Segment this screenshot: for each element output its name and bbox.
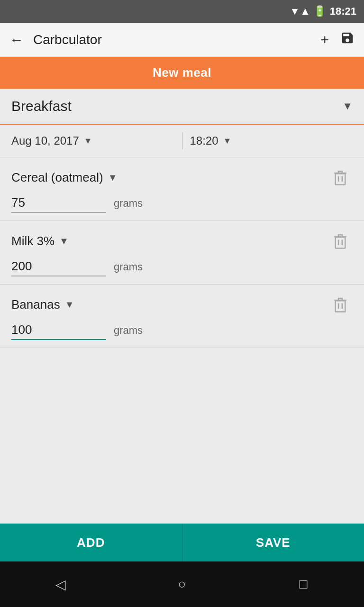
datetime-divider xyxy=(182,132,182,149)
meal-type-section: Breakfast ▼ xyxy=(0,89,364,125)
app-bar-actions: + xyxy=(320,31,355,48)
battery-icon: 🔋 xyxy=(313,5,326,18)
food-item-2: Milk 3% ▼ grams xyxy=(0,221,364,285)
date-selector[interactable]: Aug 10, 2017 ▼ xyxy=(11,134,174,147)
wifi-icon: ▾ xyxy=(292,5,297,18)
nav-home-button[interactable]: ○ xyxy=(168,570,196,598)
food-1-unit: grams xyxy=(114,197,143,210)
status-icons: ▾ ▲ 🔋 xyxy=(292,5,326,18)
meal-type-dropdown[interactable]: Breakfast ▼ xyxy=(11,98,353,114)
time-arrow: ▼ xyxy=(223,136,232,146)
food-item-1-row: Cereal (oatmeal) ▼ xyxy=(11,165,353,190)
nav-back-button[interactable]: ◁ xyxy=(46,570,75,598)
food-3-amount-input[interactable] xyxy=(11,322,106,340)
svg-rect-8 xyxy=(336,301,346,312)
svg-rect-4 xyxy=(336,237,346,248)
food-1-delete-button[interactable] xyxy=(328,165,353,190)
save-button[interactable]: SAVE xyxy=(182,524,364,561)
food-3-dropdown-arrow: ▼ xyxy=(65,299,74,310)
food-3-unit: grams xyxy=(114,324,143,337)
nav-recent-button[interactable]: □ xyxy=(289,570,318,598)
status-time: 18:21 xyxy=(330,5,356,18)
food-3-name: Bananas xyxy=(11,297,60,312)
food-items: Cereal (oatmeal) ▼ grams xyxy=(0,157,364,524)
time-selector[interactable]: 18:20 ▼ xyxy=(190,134,353,147)
datetime-section: Aug 10, 2017 ▼ 18:20 ▼ xyxy=(0,125,364,157)
app-title: Carbculator xyxy=(33,32,320,47)
svg-rect-0 xyxy=(336,174,346,184)
food-3-amount-row: grams xyxy=(11,322,353,340)
bottom-buttons: ADD SAVE xyxy=(0,524,364,561)
date-arrow: ▼ xyxy=(84,136,92,146)
save-icon[interactable] xyxy=(340,31,355,48)
food-2-unit: grams xyxy=(114,261,143,273)
food-2-dropdown-arrow: ▼ xyxy=(59,236,69,247)
food-1-amount-row: grams xyxy=(11,195,353,213)
food-3-name-dropdown[interactable]: Bananas ▼ xyxy=(11,297,328,312)
app-bar: ← Carbculator + xyxy=(0,23,364,57)
signal-icon: ▲ xyxy=(300,5,310,18)
food-1-amount-input[interactable] xyxy=(11,195,106,213)
add-button[interactable]: + xyxy=(320,32,329,48)
food-2-delete-button[interactable] xyxy=(328,229,353,253)
add-button[interactable]: ADD xyxy=(0,524,182,561)
nav-bar: ◁ ○ □ xyxy=(0,561,364,607)
status-bar: ▾ ▲ 🔋 18:21 xyxy=(0,0,364,23)
date-value: Aug 10, 2017 xyxy=(11,134,79,147)
food-2-amount-input[interactable] xyxy=(11,259,106,276)
food-item-3-row: Bananas ▼ xyxy=(11,292,353,317)
food-1-name-dropdown[interactable]: Cereal (oatmeal) ▼ xyxy=(11,170,328,185)
meal-type-arrow: ▼ xyxy=(342,100,353,112)
new-meal-banner[interactable]: New meal xyxy=(0,57,364,89)
food-item-3: Bananas ▼ grams xyxy=(0,285,364,348)
back-button[interactable]: ← xyxy=(9,32,24,48)
food-2-name-dropdown[interactable]: Milk 3% ▼ xyxy=(11,234,328,248)
food-2-amount-row: grams xyxy=(11,259,353,276)
food-item-1: Cereal (oatmeal) ▼ grams xyxy=(0,157,364,221)
meal-type-label: Breakfast xyxy=(11,98,72,114)
food-2-name: Milk 3% xyxy=(11,234,55,248)
time-value: 18:20 xyxy=(190,134,218,147)
food-item-2-row: Milk 3% ▼ xyxy=(11,229,353,253)
food-1-name: Cereal (oatmeal) xyxy=(11,170,103,185)
food-1-dropdown-arrow: ▼ xyxy=(108,172,118,183)
food-3-delete-button[interactable] xyxy=(328,292,353,317)
content: New meal Breakfast ▼ Aug 10, 2017 ▼ 18:2… xyxy=(0,57,364,561)
